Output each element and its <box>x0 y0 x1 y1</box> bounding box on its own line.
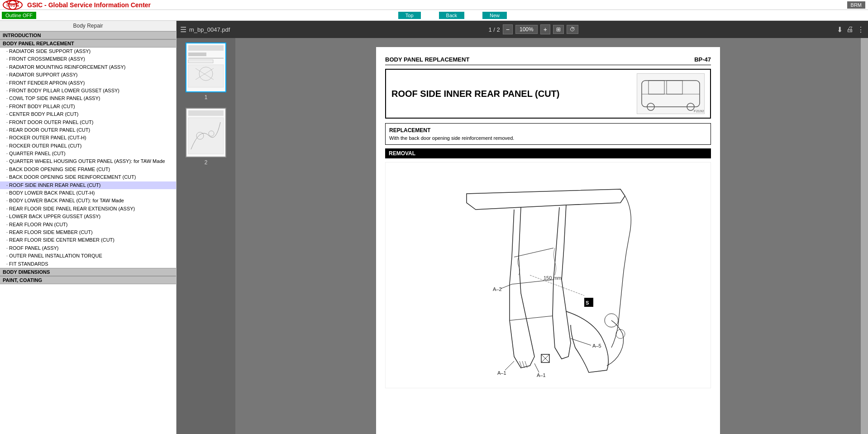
sidebar-item[interactable]: · REAR FLOOR PAN (CUT) <box>0 221 176 229</box>
sidebar-item[interactable]: · RADIATOR SIDE SUPPORT (ASSY) <box>0 48 176 55</box>
thumb-num-2: 2 <box>205 159 208 166</box>
sidebar-section-header-paint,-coating[interactable]: PAINT, COATING <box>0 276 176 284</box>
replacement-label: REPLACEMENT <box>389 127 707 134</box>
sidebar-title: Body Repair <box>0 21 176 31</box>
pdf-thumbnails: 1 2 <box>176 38 235 434</box>
pdf-page-current: 1 <box>488 26 491 33</box>
sidebar-item[interactable]: · ROCKER OUTER PANEL (CUT-H) <box>0 134 176 142</box>
sidebar: Body Repair INTRODUCTIONBODY PANEL REPLA… <box>0 21 176 434</box>
thumb-1-svg <box>186 43 225 91</box>
outline-toggle-button[interactable]: Outline OFF <box>2 12 36 19</box>
sidebar-item[interactable]: · LOWER BACK UPPER GUSSET (ASSY) <box>0 213 176 220</box>
sidebar-section-introduction[interactable]: INTRODUCTION <box>0 31 176 39</box>
svg-rect-6 <box>188 52 206 56</box>
svg-text:S: S <box>586 300 589 305</box>
app-title: GSIC - Global Service Information Center <box>27 1 847 9</box>
sidebar-section-header-body-dimensions[interactable]: BODY DIMENSIONS <box>0 268 176 276</box>
pdf-menu-icon[interactable]: ☰ <box>180 25 186 34</box>
sidebar-item[interactable]: · ROOF SIDE INNER REAR PANEL (CUT) <box>0 181 176 189</box>
page-header-right: BP-47 <box>694 56 711 63</box>
svg-point-2 <box>7 0 19 4</box>
sidebar-item[interactable]: · FRONT CROSSMEMBER (ASSY) <box>0 55 176 63</box>
svg-text:TOYOTA: TOYOTA <box>6 4 19 7</box>
page-header: BODY PANEL REPLACEMENT BP-47 <box>385 56 711 65</box>
svg-rect-14 <box>188 110 224 116</box>
replacement-text: With the back door opening side reinforc… <box>389 135 707 141</box>
nav-new-button[interactable]: New <box>482 12 507 19</box>
svg-text:A–2: A–2 <box>493 286 502 292</box>
pdf-download-button[interactable]: ⬇ <box>837 25 843 34</box>
thumbnail-2[interactable] <box>186 108 226 157</box>
sidebar-item[interactable]: · BODY LOWER BACK PANEL (CUT-H) <box>0 189 176 197</box>
body-area: Body Repair INTRODUCTIONBODY PANEL REPLA… <box>0 21 868 434</box>
pdf-content: 1 2 <box>176 38 868 434</box>
sidebar-item[interactable]: · COWL TOP SIDE INNER PANEL (ASSY) <box>0 95 176 102</box>
thumb-2-svg <box>186 109 225 157</box>
toyota-logo-svg: TOYOTA <box>3 0 23 10</box>
sidebar-item[interactable]: · FIT STANDARDS <box>0 260 176 268</box>
main-toolbar: Outline OFF Top Back New <box>0 10 868 21</box>
sidebar-item[interactable]: · FRONT BODY PILLAR (CUT) <box>0 103 176 110</box>
sidebar-item[interactable]: · BACK DOOR OPENING SIDE REINFORCEMENT (… <box>0 173 176 181</box>
page-header-left: BODY PANEL REPLACEMENT <box>385 56 469 63</box>
svg-rect-8 <box>188 60 213 63</box>
section-title-text: ROOF SIDE INNER REAR PANEL (CUT) <box>391 89 560 99</box>
sidebar-item[interactable]: · ROOF PANEL (ASSY) <box>0 244 176 252</box>
scrollbar[interactable] <box>861 38 868 434</box>
nav-top-button[interactable]: Top <box>398 12 421 19</box>
pdf-fit-page-button[interactable]: ⊞ <box>553 25 564 34</box>
sidebar-item[interactable]: · RADIATOR SUPPORT (ASSY) <box>0 71 176 79</box>
pdf-zoom-value: 100% <box>515 25 538 34</box>
svg-text:A–5: A–5 <box>592 343 601 348</box>
sidebar-item[interactable]: · BODY LOWER BACK PANEL (CUT): for TAW M… <box>0 197 176 205</box>
sidebar-item[interactable]: · BACK DOOR OPENING SIDE FRAME (CUT) <box>0 166 176 173</box>
diagram-area: S 150 mm A–1 A–1 <box>385 162 711 388</box>
app-header: TOYOTA GSIC - Global Service Information… <box>0 0 868 10</box>
sidebar-section-header-body-panel-replacement[interactable]: BODY PANEL REPLACEMENT <box>0 39 176 48</box>
nav-back-button[interactable]: Back <box>439 12 464 19</box>
section-title-box: ROOF SIDE INNER REAR PANEL (CUT) <box>385 69 711 119</box>
sidebar-item[interactable]: · FRONT BODY PILLAR LOWER GUSSET (ASSY) <box>0 87 176 95</box>
pdf-zoom-in-button[interactable]: + <box>540 24 550 34</box>
sidebar-items: INTRODUCTIONBODY PANEL REPLACEMENT· RADI… <box>0 31 176 284</box>
sidebar-item[interactable]: · RADIATOR MOUNTING REINFORCEMENT (ASSY) <box>0 63 176 71</box>
svg-rect-15 <box>188 118 224 154</box>
sidebar-item[interactable]: · OUTER PANEL INSTALLATION TORQUE <box>0 252 176 260</box>
removal-header: REMOVAL <box>385 148 711 158</box>
pdf-page: BODY PANEL REPLACEMENT BP-47 ROOF SIDE I… <box>376 47 720 434</box>
main-diagram-svg: S 150 mm A–1 A–1 <box>430 167 666 384</box>
thumbnail-1[interactable] <box>186 43 226 92</box>
thumb-num-1: 1 <box>205 94 208 100</box>
pdf-print-button[interactable]: 🖨 <box>846 25 854 33</box>
sidebar-item[interactable]: · REAR FLOOR SIDE CENTER MEMBER (CUT) <box>0 236 176 244</box>
thumb-container-2: 2 <box>186 108 226 166</box>
sidebar-item[interactable]: · FRONT FENDER APRON (ASSY) <box>0 79 176 87</box>
section-thumb-svg: F21920C <box>637 74 704 114</box>
pdf-more-button[interactable]: ⋮ <box>857 25 864 34</box>
svg-text:150 mm: 150 mm <box>544 275 562 281</box>
pdf-toolbar-left: ☰ m_bp_0047.pdf <box>180 25 230 34</box>
pdf-clock-button[interactable]: ⏱ <box>567 25 578 34</box>
pdf-viewer: ☰ m_bp_0047.pdf 1 / 2 − 100% + ⊞ ⏱ ⬇ 🖨 ⋮ <box>176 21 868 434</box>
thumb-container-1: 1 <box>186 43 226 100</box>
pdf-toolbar: ☰ m_bp_0047.pdf 1 / 2 − 100% + ⊞ ⏱ ⬇ 🖨 ⋮ <box>176 21 868 38</box>
sidebar-item[interactable]: · CENTER BODY PILLAR (CUT) <box>0 110 176 118</box>
pdf-toolbar-right: ⬇ 🖨 ⋮ <box>837 25 864 34</box>
sidebar-item[interactable]: · REAR FLOOR SIDE PANEL REAR EXTENSION (… <box>0 205 176 213</box>
pdf-page-sep: / <box>493 26 496 33</box>
toyota-logo: TOYOTA <box>3 0 23 10</box>
sidebar-item[interactable]: · REAR FLOOR SIDE MEMBER (CUT) <box>0 229 176 236</box>
pdf-main-area[interactable]: BODY PANEL REPLACEMENT BP-47 ROOF SIDE I… <box>235 38 861 434</box>
pdf-zoom-out-button[interactable]: − <box>503 24 513 34</box>
svg-text:F21920C: F21920C <box>694 109 704 113</box>
section-diagram-thumb: F21920C <box>637 73 705 114</box>
sidebar-item[interactable]: · FRONT DOOR OUTER PANEL (CUT) <box>0 119 176 126</box>
sidebar-item[interactable]: · ROCKER OUTER PNAEL (CUT) <box>0 142 176 150</box>
sidebar-item[interactable]: · QUARTER WHEEL HOUSING OUTER PANEL (ASS… <box>0 157 176 165</box>
pdf-page-info: 1 / 2 <box>488 26 500 33</box>
pdf-page-total: 2 <box>497 26 500 33</box>
svg-text:A–1: A–1 <box>497 370 506 376</box>
sidebar-item[interactable]: · REAR DOOR OUTER PANEL (CUT) <box>0 126 176 134</box>
sidebar-item[interactable]: · QUARTER PANEL (CUT) <box>0 150 176 157</box>
pdf-toolbar-center: 1 / 2 − 100% + ⊞ ⏱ <box>234 24 833 34</box>
